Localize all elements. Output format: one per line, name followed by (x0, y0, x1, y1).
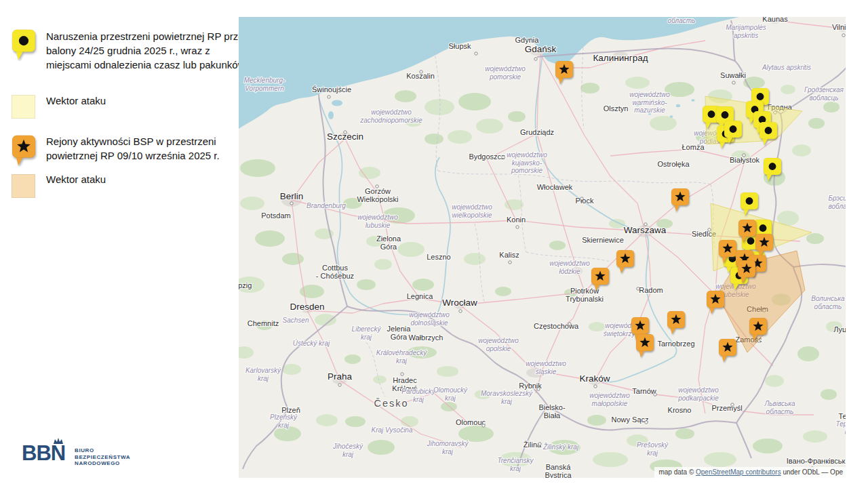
city-dot (537, 388, 540, 390)
bsp-vector-legend-swatch (12, 174, 35, 198)
map-label: Warszawa (624, 225, 667, 235)
map-label: Krosno (668, 406, 692, 414)
map-label: Przemyśl (711, 404, 742, 412)
map-label: Chemnitz (248, 319, 279, 327)
map-label: Волинськаобласть (811, 295, 845, 310)
map-label: Leszno (427, 253, 450, 261)
map-label: województwodolnośląskie (409, 311, 450, 327)
map-label: Tarnobrzeg (657, 340, 694, 348)
map-label: Suwałki (720, 71, 746, 79)
map-label: województwomałopolskie (589, 392, 630, 407)
city-dot (842, 34, 845, 37)
city-dot (516, 226, 519, 228)
city-dot (482, 424, 485, 427)
map-label: Česko (374, 398, 408, 409)
bbn-org-name: BIURO BEZPIECZEŃSTWA NARODOWEGO (75, 447, 130, 467)
map-attribution: map data © OpenStreetMap contributors un… (654, 467, 846, 478)
map-label: Івано-Франківськ (787, 457, 846, 465)
map-label: Bydgoszcz (469, 152, 505, 161)
attribution-text: map data © (658, 468, 696, 476)
map-label: Ostrołęka (657, 160, 690, 168)
map-label: Słupsk (448, 42, 471, 50)
map-label: Гродзенскаявобласць (804, 86, 844, 102)
map-label: Tarnów (632, 387, 656, 395)
map-label: województwopomorskie (485, 65, 526, 81)
map-label: Калининград (593, 53, 648, 63)
map-label: Тернопіль (838, 412, 846, 420)
bsp-marker-legend-icon (10, 134, 39, 169)
city-dot (644, 223, 647, 226)
map-container: WarszawaBerlinGdańskSzczecinWrocławKrakó… (239, 17, 846, 478)
map-label: Skierniewice (582, 236, 624, 244)
map-label: województwopodkarpackie (677, 386, 719, 402)
bsp-marker[interactable] (12, 136, 35, 165)
map-svg: WarszawaBerlinGdańskSzczecinWrocławKrakó… (239, 17, 846, 478)
balloon-vector-legend-swatch (12, 95, 35, 119)
map-label: Płock (576, 197, 594, 205)
map-label: Włocławek (537, 183, 573, 191)
map-label: Kalisz (499, 251, 519, 259)
map-label: Kaunas (762, 17, 788, 23)
map-label: Legnica (407, 292, 433, 300)
balloon-marker[interactable] (12, 30, 35, 60)
city-dot (708, 228, 711, 231)
balloon-marker-legend-icon (10, 28, 39, 64)
osm-contributors-link[interactable]: OpenStreetMap contributors (696, 468, 781, 476)
map-label: Białystok (730, 156, 760, 164)
city-dot (538, 443, 541, 445)
map-label: Leipzig (239, 281, 252, 289)
map-label: Ústecký kraj (293, 339, 330, 347)
map-label: Львівськаобласть (764, 400, 795, 415)
map-label: BanskáBystrica (545, 463, 572, 478)
map-label: Praha (328, 371, 353, 382)
city-dot (568, 323, 571, 325)
city-dot (509, 261, 511, 264)
city-dot (580, 197, 583, 200)
legend-label-bsp: Rejony aktywności BSP w przestrzeni powi… (46, 134, 250, 163)
map-label: Radom (639, 286, 663, 294)
map-label: Olomouc (456, 418, 486, 426)
map-label: Nowy Sącz (611, 415, 648, 424)
map-label: Brandenburg (307, 202, 346, 209)
city-dot (459, 310, 462, 312)
map-label: Kraków (579, 373, 610, 384)
map-label: Berlin (280, 191, 304, 201)
city-dot (654, 393, 656, 396)
city-dot (732, 81, 735, 84)
legend-label-balloon-vector: Wektor ataku (46, 94, 250, 108)
map-label: Konin (507, 216, 526, 224)
city-dot (594, 385, 597, 388)
city-dot (475, 52, 477, 55)
map-label: Vilnius (832, 23, 846, 31)
city-dot (743, 154, 745, 157)
city-dot (637, 287, 639, 290)
map-label: Žilinský kraj (542, 443, 579, 451)
crown-icon (53, 438, 64, 445)
attribution-suffix: under ODbL — Ope (781, 468, 843, 476)
city-dot (731, 403, 734, 406)
map-label: Mecklenburg-Vorpommern (244, 77, 285, 92)
map-label: Dresden (290, 302, 324, 312)
map-label: województwowielkopolskie (452, 203, 492, 219)
map-label: Gdynia (515, 36, 540, 44)
legend-label-bsp-vector: Wektor ataku (46, 172, 250, 186)
map-label: Kraj Vysočina (372, 426, 413, 434)
city-dot (328, 96, 330, 98)
city-dot (502, 156, 505, 159)
map-label: Wałbrzych (409, 333, 443, 342)
map-label: Alytaus apskritis (762, 64, 811, 71)
map-label: Potsdam (261, 211, 290, 220)
map-label: Częstochowa (534, 322, 579, 330)
legend-label-balloons: Naruszenia przestrzeni powietrznej RP pr… (46, 29, 250, 72)
map-label: Olsztyn (604, 104, 629, 113)
city-dot (401, 373, 403, 375)
city-dot (534, 58, 537, 60)
bbn-acronym: BBN (22, 441, 65, 466)
map-label: województwowarmińsko-mazurskie (629, 91, 670, 114)
map-label: Sachsen (283, 317, 309, 324)
map-label: Świnoujście (312, 85, 351, 94)
city-dot (420, 70, 422, 73)
map-label: Wrocław (442, 298, 477, 308)
bbn-logo: BBN BIURO BEZPIECZEŃSTWA NARODOWEGO (19, 437, 168, 478)
city-dot (344, 131, 347, 134)
